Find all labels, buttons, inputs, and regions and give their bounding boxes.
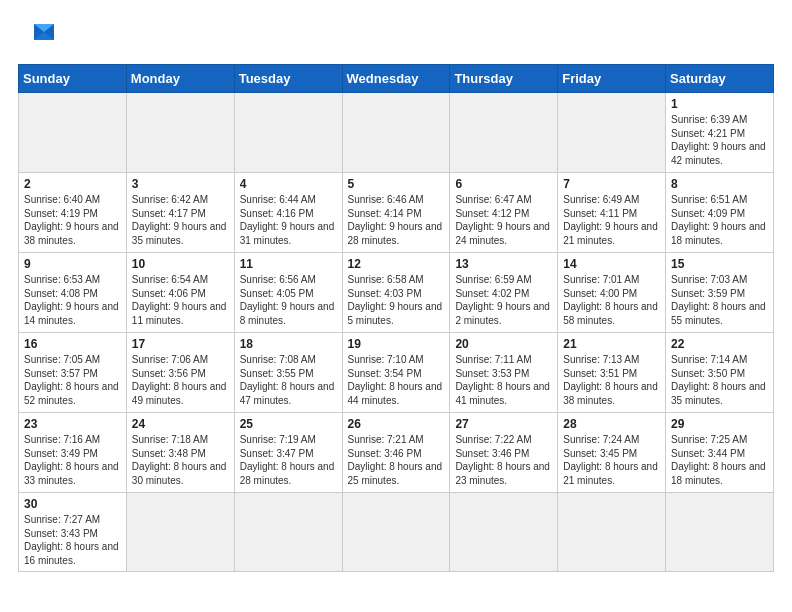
- day-cell: 12Sunrise: 6:58 AM Sunset: 4:03 PM Dayli…: [342, 253, 450, 333]
- day-info: Sunrise: 7:05 AM Sunset: 3:57 PM Dayligh…: [24, 353, 121, 407]
- day-cell: 11Sunrise: 6:56 AM Sunset: 4:05 PM Dayli…: [234, 253, 342, 333]
- day-cell: 9Sunrise: 6:53 AM Sunset: 4:08 PM Daylig…: [19, 253, 127, 333]
- day-number: 18: [240, 337, 337, 351]
- day-number: 19: [348, 337, 445, 351]
- day-cell: 24Sunrise: 7:18 AM Sunset: 3:48 PM Dayli…: [126, 413, 234, 493]
- day-info: Sunrise: 7:18 AM Sunset: 3:48 PM Dayligh…: [132, 433, 229, 487]
- day-cell: [234, 493, 342, 572]
- day-info: Sunrise: 7:13 AM Sunset: 3:51 PM Dayligh…: [563, 353, 660, 407]
- day-cell: [342, 493, 450, 572]
- week-row-3: 9Sunrise: 6:53 AM Sunset: 4:08 PM Daylig…: [19, 253, 774, 333]
- day-number: 1: [671, 97, 768, 111]
- day-number: 12: [348, 257, 445, 271]
- day-cell: 25Sunrise: 7:19 AM Sunset: 3:47 PM Dayli…: [234, 413, 342, 493]
- weekday-saturday: Saturday: [666, 65, 774, 93]
- day-cell: 6Sunrise: 6:47 AM Sunset: 4:12 PM Daylig…: [450, 173, 558, 253]
- weekday-thursday: Thursday: [450, 65, 558, 93]
- day-number: 8: [671, 177, 768, 191]
- day-cell: [342, 93, 450, 173]
- day-number: 16: [24, 337, 121, 351]
- day-number: 27: [455, 417, 552, 431]
- day-info: Sunrise: 7:14 AM Sunset: 3:50 PM Dayligh…: [671, 353, 768, 407]
- weekday-sunday: Sunday: [19, 65, 127, 93]
- day-cell: 20Sunrise: 7:11 AM Sunset: 3:53 PM Dayli…: [450, 333, 558, 413]
- day-info: Sunrise: 6:51 AM Sunset: 4:09 PM Dayligh…: [671, 193, 768, 247]
- day-cell: [558, 493, 666, 572]
- day-info: Sunrise: 6:56 AM Sunset: 4:05 PM Dayligh…: [240, 273, 337, 327]
- day-number: 30: [24, 497, 121, 511]
- day-cell: 5Sunrise: 6:46 AM Sunset: 4:14 PM Daylig…: [342, 173, 450, 253]
- day-cell: [126, 93, 234, 173]
- day-info: Sunrise: 7:03 AM Sunset: 3:59 PM Dayligh…: [671, 273, 768, 327]
- day-info: Sunrise: 6:40 AM Sunset: 4:19 PM Dayligh…: [24, 193, 121, 247]
- day-info: Sunrise: 7:22 AM Sunset: 3:46 PM Dayligh…: [455, 433, 552, 487]
- day-number: 25: [240, 417, 337, 431]
- week-row-6: 30Sunrise: 7:27 AM Sunset: 3:43 PM Dayli…: [19, 493, 774, 572]
- day-cell: 16Sunrise: 7:05 AM Sunset: 3:57 PM Dayli…: [19, 333, 127, 413]
- day-number: 3: [132, 177, 229, 191]
- day-number: 28: [563, 417, 660, 431]
- day-number: 9: [24, 257, 121, 271]
- day-info: Sunrise: 7:01 AM Sunset: 4:00 PM Dayligh…: [563, 273, 660, 327]
- day-number: 4: [240, 177, 337, 191]
- logo-icon: [20, 18, 58, 56]
- day-cell: 15Sunrise: 7:03 AM Sunset: 3:59 PM Dayli…: [666, 253, 774, 333]
- day-cell: 23Sunrise: 7:16 AM Sunset: 3:49 PM Dayli…: [19, 413, 127, 493]
- week-row-1: 1Sunrise: 6:39 AM Sunset: 4:21 PM Daylig…: [19, 93, 774, 173]
- day-cell: 30Sunrise: 7:27 AM Sunset: 3:43 PM Dayli…: [19, 493, 127, 572]
- day-number: 14: [563, 257, 660, 271]
- day-info: Sunrise: 7:11 AM Sunset: 3:53 PM Dayligh…: [455, 353, 552, 407]
- day-info: Sunrise: 6:59 AM Sunset: 4:02 PM Dayligh…: [455, 273, 552, 327]
- day-cell: [450, 493, 558, 572]
- weekday-header-row: SundayMondayTuesdayWednesdayThursdayFrid…: [19, 65, 774, 93]
- day-number: 20: [455, 337, 552, 351]
- weekday-monday: Monday: [126, 65, 234, 93]
- day-number: 24: [132, 417, 229, 431]
- logo: [18, 18, 58, 56]
- page: SundayMondayTuesdayWednesdayThursdayFrid…: [0, 0, 792, 582]
- day-cell: 4Sunrise: 6:44 AM Sunset: 4:16 PM Daylig…: [234, 173, 342, 253]
- day-cell: [558, 93, 666, 173]
- day-cell: 29Sunrise: 7:25 AM Sunset: 3:44 PM Dayli…: [666, 413, 774, 493]
- day-cell: 2Sunrise: 6:40 AM Sunset: 4:19 PM Daylig…: [19, 173, 127, 253]
- day-info: Sunrise: 6:53 AM Sunset: 4:08 PM Dayligh…: [24, 273, 121, 327]
- day-info: Sunrise: 6:46 AM Sunset: 4:14 PM Dayligh…: [348, 193, 445, 247]
- day-cell: 3Sunrise: 6:42 AM Sunset: 4:17 PM Daylig…: [126, 173, 234, 253]
- day-cell: 27Sunrise: 7:22 AM Sunset: 3:46 PM Dayli…: [450, 413, 558, 493]
- day-number: 7: [563, 177, 660, 191]
- day-info: Sunrise: 6:58 AM Sunset: 4:03 PM Dayligh…: [348, 273, 445, 327]
- week-row-4: 16Sunrise: 7:05 AM Sunset: 3:57 PM Dayli…: [19, 333, 774, 413]
- day-number: 23: [24, 417, 121, 431]
- day-cell: [666, 493, 774, 572]
- day-cell: 28Sunrise: 7:24 AM Sunset: 3:45 PM Dayli…: [558, 413, 666, 493]
- day-number: 17: [132, 337, 229, 351]
- day-info: Sunrise: 7:19 AM Sunset: 3:47 PM Dayligh…: [240, 433, 337, 487]
- week-row-5: 23Sunrise: 7:16 AM Sunset: 3:49 PM Dayli…: [19, 413, 774, 493]
- day-info: Sunrise: 7:25 AM Sunset: 3:44 PM Dayligh…: [671, 433, 768, 487]
- day-number: 6: [455, 177, 552, 191]
- day-info: Sunrise: 7:10 AM Sunset: 3:54 PM Dayligh…: [348, 353, 445, 407]
- day-cell: 1Sunrise: 6:39 AM Sunset: 4:21 PM Daylig…: [666, 93, 774, 173]
- day-number: 22: [671, 337, 768, 351]
- day-info: Sunrise: 6:47 AM Sunset: 4:12 PM Dayligh…: [455, 193, 552, 247]
- day-info: Sunrise: 6:42 AM Sunset: 4:17 PM Dayligh…: [132, 193, 229, 247]
- day-info: Sunrise: 7:06 AM Sunset: 3:56 PM Dayligh…: [132, 353, 229, 407]
- day-number: 10: [132, 257, 229, 271]
- day-number: 13: [455, 257, 552, 271]
- day-info: Sunrise: 6:49 AM Sunset: 4:11 PM Dayligh…: [563, 193, 660, 247]
- day-number: 21: [563, 337, 660, 351]
- day-cell: 18Sunrise: 7:08 AM Sunset: 3:55 PM Dayli…: [234, 333, 342, 413]
- calendar: SundayMondayTuesdayWednesdayThursdayFrid…: [18, 64, 774, 572]
- day-info: Sunrise: 7:24 AM Sunset: 3:45 PM Dayligh…: [563, 433, 660, 487]
- day-cell: 10Sunrise: 6:54 AM Sunset: 4:06 PM Dayli…: [126, 253, 234, 333]
- header: [18, 18, 774, 56]
- day-cell: 8Sunrise: 6:51 AM Sunset: 4:09 PM Daylig…: [666, 173, 774, 253]
- weekday-tuesday: Tuesday: [234, 65, 342, 93]
- day-cell: [450, 93, 558, 173]
- day-cell: 13Sunrise: 6:59 AM Sunset: 4:02 PM Dayli…: [450, 253, 558, 333]
- day-cell: 14Sunrise: 7:01 AM Sunset: 4:00 PM Dayli…: [558, 253, 666, 333]
- day-number: 26: [348, 417, 445, 431]
- day-cell: [234, 93, 342, 173]
- weekday-friday: Friday: [558, 65, 666, 93]
- day-cell: 19Sunrise: 7:10 AM Sunset: 3:54 PM Dayli…: [342, 333, 450, 413]
